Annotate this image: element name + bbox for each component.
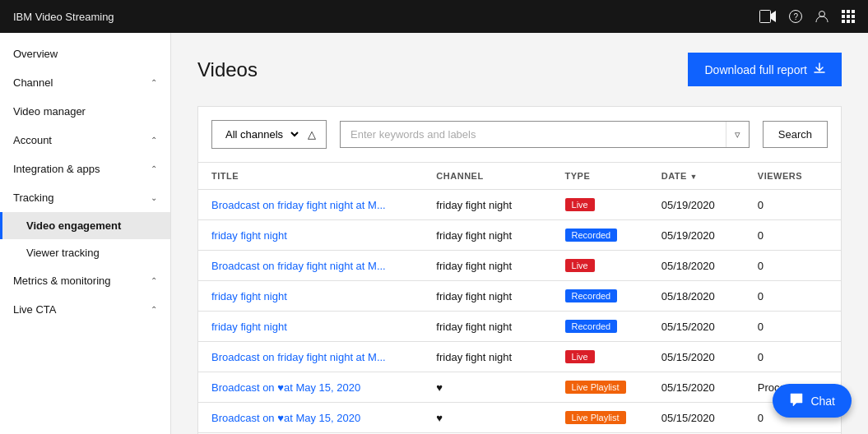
- download-full-report-button[interactable]: Download full report: [688, 53, 842, 86]
- cell-channel: friday fight night: [423, 220, 551, 251]
- cell-title: Broadcast on ♥at May 15, 2020: [198, 372, 423, 403]
- cell-viewers: 0: [745, 190, 841, 220]
- table-row: Broadcast on friday fight night at M... …: [198, 190, 841, 220]
- svg-rect-4: [842, 10, 845, 13]
- title-link[interactable]: friday fight night: [211, 229, 287, 242]
- cell-title: friday fight night: [198, 281, 423, 312]
- sidebar-label-tracking: Tracking: [13, 192, 53, 204]
- select-chevron-icon: △: [308, 128, 316, 141]
- svg-rect-8: [847, 15, 850, 18]
- sidebar-item-overview[interactable]: Overview: [0, 39, 170, 68]
- cell-date: 05/15/2020: [648, 372, 745, 403]
- col-type[interactable]: TYPE: [552, 163, 648, 190]
- cell-channel: friday fight night: [423, 281, 551, 312]
- cell-type: Live: [552, 190, 648, 220]
- cell-type: Live Playlist: [552, 403, 648, 433]
- title-link[interactable]: friday fight night: [211, 290, 287, 302]
- type-badge: Live Playlist: [565, 381, 626, 394]
- cell-channel: friday fight night: [423, 190, 551, 220]
- col-channel[interactable]: CHANNEL: [423, 163, 551, 190]
- title-link[interactable]: Broadcast on friday fight night at M...: [211, 351, 386, 363]
- title-link[interactable]: Broadcast on friday fight night at M...: [211, 199, 386, 211]
- title-link[interactable]: Broadcast on friday fight night at M...: [211, 260, 386, 272]
- content-area: Videos Download full report All channels…: [171, 33, 868, 434]
- cell-viewers: 0: [745, 220, 841, 251]
- type-badge: Live: [565, 350, 595, 363]
- type-badge: Recorded: [565, 320, 618, 333]
- col-title[interactable]: TITLE: [198, 163, 423, 190]
- sidebar-item-live-cta[interactable]: Live CTA ⌃: [0, 295, 170, 324]
- cell-viewers: 0: [745, 251, 841, 281]
- apps-icon[interactable]: [842, 10, 855, 23]
- sidebar-label-video-manager: Video manager: [13, 105, 86, 118]
- chevron-down-icon: ⌃: [151, 78, 157, 87]
- table-row: friday fight night friday fight night Re…: [198, 281, 841, 312]
- col-date[interactable]: DATE: [648, 163, 745, 190]
- page-title: Videos: [197, 58, 258, 81]
- keyword-input[interactable]: [341, 122, 726, 147]
- sidebar-label-account: Account: [13, 134, 52, 146]
- search-label: Search: [778, 128, 812, 141]
- table-header: TITLE CHANNEL TYPE DATE VIEWERS: [198, 163, 841, 190]
- cell-type: Live: [552, 342, 648, 372]
- cell-viewers: 0: [745, 312, 841, 342]
- svg-rect-6: [852, 10, 855, 13]
- sidebar-item-viewer-tracking[interactable]: Viewer tracking: [0, 239, 170, 266]
- cell-date: 05/19/2020: [648, 220, 745, 251]
- sidebar-item-metrics-monitoring[interactable]: Metrics & monitoring ⌃: [0, 266, 170, 295]
- sidebar: Overview Channel ⌃ Video manager Account…: [0, 33, 171, 434]
- type-badge: Recorded: [565, 289, 618, 302]
- col-viewers[interactable]: VIEWERS: [745, 163, 841, 190]
- cell-date: 05/15/2020: [648, 312, 745, 342]
- cell-title: Broadcast on ♥at May 15, 2020: [198, 403, 423, 433]
- main-layout: Overview Channel ⌃ Video manager Account…: [0, 33, 868, 434]
- video-icon[interactable]: [759, 10, 776, 23]
- cell-channel: friday fight night: [423, 342, 551, 372]
- keyword-chevron-icon[interactable]: ▿: [726, 122, 749, 147]
- table-row: Broadcast on ♥at May 15, 2020 ♥ Live Pla…: [198, 372, 841, 403]
- cell-type: Live Playlist: [552, 372, 648, 403]
- type-badge: Live: [565, 259, 595, 272]
- brand-area: IBM Video Streaming: [13, 11, 114, 23]
- sidebar-item-account[interactable]: Account ⌃: [0, 126, 170, 155]
- sidebar-item-tracking[interactable]: Tracking ⌄: [0, 183, 170, 212]
- search-button[interactable]: Search: [763, 121, 828, 148]
- cell-date: 05/18/2020: [648, 281, 745, 312]
- sidebar-item-integration-apps[interactable]: Integration & apps ⌃: [0, 155, 170, 183]
- svg-rect-11: [847, 20, 850, 23]
- page-header: Videos Download full report: [197, 53, 842, 86]
- sidebar-item-channel[interactable]: Channel ⌃: [0, 68, 170, 97]
- sidebar-item-video-manager[interactable]: Video manager: [0, 97, 170, 126]
- sidebar-item-video-engagement[interactable]: Video engagement: [0, 212, 170, 239]
- table-row: friday fight night friday fight night Re…: [198, 312, 841, 342]
- title-link[interactable]: Broadcast on ♥at May 15, 2020: [211, 381, 360, 394]
- cell-viewers: 0: [745, 342, 841, 372]
- svg-rect-10: [842, 20, 845, 23]
- keyword-input-wrap: ▿: [340, 121, 750, 148]
- cell-title: Broadcast on friday fight night at M...: [198, 342, 423, 372]
- help-icon[interactable]: ?: [789, 10, 802, 23]
- type-badge: Recorded: [565, 229, 618, 242]
- type-badge: Live: [565, 198, 595, 211]
- chevron-down-icon: ⌃: [151, 164, 157, 173]
- channel-dropdown[interactable]: All channels: [222, 127, 301, 141]
- videos-table: TITLE CHANNEL TYPE DATE VIEWERS: [198, 163, 841, 434]
- chevron-up-icon: ⌄: [151, 193, 157, 202]
- table-row: Broadcast on friday fight night at M... …: [198, 342, 841, 372]
- brand-label: IBM Video Streaming: [13, 11, 114, 23]
- sidebar-label-metrics-monitoring: Metrics & monitoring: [13, 275, 110, 287]
- cell-date: 05/15/2020: [648, 403, 745, 433]
- user-icon[interactable]: [815, 10, 829, 23]
- table-row: Broadcast on friday fight night at M... …: [198, 251, 841, 281]
- cell-type: Live: [552, 251, 648, 281]
- cell-channel: ♥: [423, 372, 551, 403]
- title-link[interactable]: Broadcast on ♥at May 15, 2020: [211, 412, 360, 424]
- svg-rect-12: [852, 20, 855, 23]
- channel-select[interactable]: All channels △: [211, 120, 327, 149]
- svg-rect-5: [847, 10, 850, 13]
- chat-button[interactable]: Chat: [773, 384, 852, 418]
- cell-date: 05/15/2020: [648, 342, 745, 372]
- col-title-label: TITLE: [211, 171, 239, 181]
- title-link[interactable]: friday fight night: [211, 321, 287, 333]
- chevron-down-icon: ⌃: [151, 136, 157, 145]
